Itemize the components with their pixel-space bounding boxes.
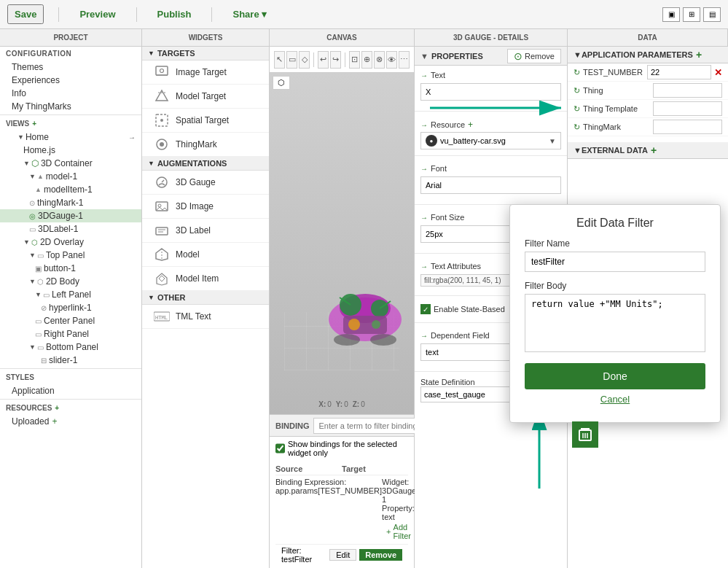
thing-template-input[interactable]	[653, 101, 723, 116]
sidebar-item-top-panel[interactable]: ▼ ▭ Top Panel	[0, 249, 141, 262]
sidebar-item-experiences[interactable]: Experiences	[0, 74, 141, 87]
show-bindings-checkbox[interactable]	[275, 443, 285, 454]
sidebar-item-thingmark1[interactable]: ⊙ thingMark-1	[0, 196, 141, 209]
app-params-plus-button[interactable]: +	[696, 49, 702, 61]
sidebar-item-3d-container[interactable]: ▼ ⬡ 3D Container	[0, 157, 141, 170]
zoom-out-button[interactable]: ⊗	[374, 51, 385, 69]
col-header-gauge: 3D GAUGE - DETAILS	[415, 29, 568, 46]
widget-3d-label[interactable]: 3D Label	[142, 219, 269, 243]
sidebar-item-info[interactable]: Info	[0, 87, 141, 100]
zoom-fit-button[interactable]: ⊡	[349, 51, 360, 69]
sidebar-item-homejs[interactable]: Home.js	[0, 144, 141, 157]
share-button[interactable]: Share ▾	[227, 6, 273, 23]
remove-widget-button[interactable]: ⊙ Remove	[507, 49, 561, 63]
layout-icon-3[interactable]: ▤	[703, 7, 721, 22]
resource-dropdown-arrow-icon: ▼	[549, 137, 556, 145]
sidebar-item-3dgauge1[interactable]: ◎ 3DGauge-1	[0, 209, 141, 222]
test-number-input[interactable]	[647, 65, 711, 79]
ext-data-plus-button[interactable]: +	[651, 144, 657, 156]
augmentations-section-header[interactable]: ▼ AUGMENTATIONS	[142, 157, 269, 171]
tml-icon: HTML	[154, 308, 170, 324]
resource-dropdown[interactable]: ● vu_battery-car.svg ▼	[420, 132, 561, 149]
sidebar-item-left-panel[interactable]: ▼ ▭ Left Panel	[0, 288, 141, 301]
widget-image-target[interactable]: Image Target	[142, 61, 269, 85]
undo-button[interactable]: ↩	[318, 51, 329, 69]
view-button[interactable]: 👁	[386, 51, 397, 69]
widget-thingmark[interactable]: ThingMark	[142, 133, 269, 157]
thingmark-param-input[interactable]	[653, 120, 723, 134]
thing-input[interactable]	[653, 83, 723, 98]
modal-cancel-link[interactable]: Cancel	[525, 394, 705, 413]
redo-button[interactable]: ↪	[330, 51, 341, 69]
sidebar-item-modelitem1[interactable]: ▲ modelItem-1	[0, 183, 141, 196]
sidebar-item-home[interactable]: ▼ Home →	[0, 131, 141, 144]
widget-3d-image[interactable]: 3D Image	[142, 195, 269, 219]
filter-remove-button[interactable]: Remove	[359, 549, 402, 561]
properties-caret-icon: ▼	[420, 52, 428, 61]
filter-body-textarea[interactable]: return value +"MM Units";	[525, 294, 705, 352]
sidebar-item-2dbody[interactable]: ▼ ⬡ 2D Body	[0, 275, 141, 288]
bindings-search-input[interactable]	[313, 418, 424, 434]
shapes-tool-button[interactable]: ◇	[299, 51, 310, 69]
sidebar-item-slider1[interactable]: ⊟ slider-1	[0, 354, 141, 367]
font-prop-label: Font	[431, 164, 447, 173]
layout-icon-2[interactable]: ⊞	[683, 7, 700, 22]
widget-spatial-target[interactable]: Spatial Target	[142, 109, 269, 133]
text-prop-input[interactable]	[420, 83, 561, 101]
filter-body-label: Filter Body	[525, 281, 705, 291]
bottompanel-label: Bottom Panel	[46, 342, 98, 352]
widget-3d-gauge[interactable]: 3D Gauge	[142, 171, 269, 195]
test-number-delete-button[interactable]: ✕	[714, 67, 722, 78]
sidebar-item-bottom-panel[interactable]: ▼ ▭ Bottom Panel	[0, 341, 141, 354]
sidebar-item-uploaded[interactable]: Uploaded +	[0, 415, 141, 428]
sidebar-divider-3	[0, 399, 141, 400]
svg-point-6	[160, 119, 163, 122]
sidebar-item-3dlabel1[interactable]: ▭ 3DLabel-1	[0, 222, 141, 236]
sidebar-item-model1[interactable]: ▼ ▲ model-1	[0, 170, 141, 183]
model1-expand-icon: ▼	[29, 173, 36, 180]
sidebar-item-application[interactable]: Application	[0, 384, 141, 397]
sidebar-item-hyperlink1[interactable]: ⊘ hyperlink-1	[0, 301, 141, 314]
publish-button[interactable]: Publish	[152, 6, 197, 23]
sidebar-item-2d-overlay[interactable]: ▼ ⬡ 2D Overlay	[0, 236, 141, 249]
modal-done-button[interactable]: Done	[525, 363, 705, 389]
filter-edit-button[interactable]: Edit	[329, 549, 356, 561]
show-bindings-label: Show bindings for the selected widget on…	[288, 440, 408, 457]
widget-model[interactable]: Model	[142, 243, 269, 267]
other-section-header[interactable]: ▼ OTHER	[142, 291, 269, 305]
more-button[interactable]: ⋯	[399, 51, 410, 69]
remove-widget-icon: ⊙	[514, 50, 522, 62]
font-prop-input[interactable]	[420, 176, 561, 194]
targets-section-header[interactable]: ▼ TARGETS	[142, 47, 269, 61]
resources-plus-button[interactable]: +	[55, 404, 59, 412]
export-button[interactable]: ⬡	[273, 76, 290, 90]
sidebar-item-button1[interactable]: ▣ button-1	[0, 262, 141, 275]
widget-model-item[interactable]: Model Item	[142, 267, 269, 291]
model-target-icon	[154, 88, 170, 104]
tml-text-label: TML Text	[176, 311, 211, 322]
sidebar-item-themes[interactable]: Themes	[0, 61, 141, 74]
centerpanel-icon: ▭	[35, 317, 42, 325]
svg-line-10	[162, 180, 164, 182]
resource-filename: vu_battery-car.svg	[440, 136, 546, 145]
uploaded-plus-button[interactable]: +	[52, 416, 57, 427]
preview-button[interactable]: Preview	[74, 6, 121, 23]
layout-icon-1[interactable]: ▣	[662, 7, 680, 22]
cursor-tool-button[interactable]: ↖	[274, 51, 285, 69]
svg-rect-0	[156, 66, 168, 75]
canvas-sep-2	[345, 52, 345, 67]
widget-model-target[interactable]: Model Target	[142, 85, 269, 109]
bindings-table-header: Source Target	[275, 463, 408, 475]
save-button[interactable]: Save	[7, 4, 44, 24]
sidebar-item-center-panel[interactable]: ▭ Center Panel	[0, 314, 141, 327]
filter-name-input[interactable]	[525, 252, 705, 272]
widget-tml-text[interactable]: HTML TML Text	[142, 305, 269, 329]
button1-icon: ▣	[35, 265, 42, 273]
resource-plus-icon[interactable]: +	[468, 120, 473, 130]
zoom-in-button[interactable]: ⊕	[361, 51, 372, 69]
frame-tool-button[interactable]: ▭	[286, 51, 297, 69]
views-plus-button[interactable]: +	[32, 120, 36, 128]
sidebar-item-thingmarks[interactable]: My ThingMarks	[0, 100, 141, 113]
add-filter-button[interactable]: + Add Filter	[382, 521, 419, 542]
sidebar-item-right-panel[interactable]: ▭ Right Panel	[0, 327, 141, 341]
